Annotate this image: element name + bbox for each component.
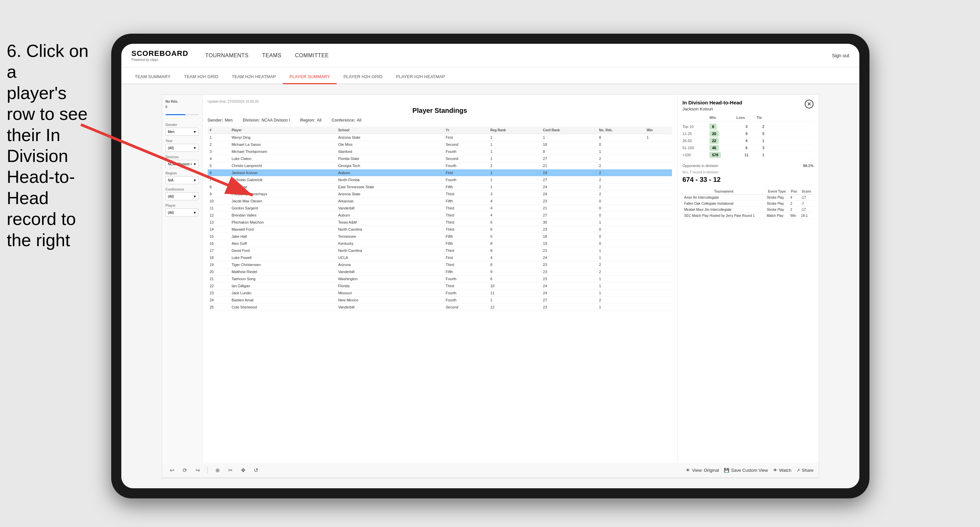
cell-school: New Mexico <box>336 297 444 304</box>
cell-player: Wenyi Ding <box>229 134 336 141</box>
tablet-screen: SCOREBOARD Powered by clippi TOURNAMENTS… <box>121 44 859 488</box>
filter-player[interactable]: (All) ▼ <box>165 208 199 216</box>
cell-num: 18 <box>208 254 229 261</box>
table-row[interactable]: 7 Nicholas Gabrelcik North Florida Fourt… <box>208 176 672 184</box>
slider-fill <box>165 114 185 115</box>
table-row[interactable]: 15 Jake Hall Tennessee Fifth 5 18 0 <box>208 233 672 240</box>
watch-button[interactable]: 👁 Watch <box>773 468 791 473</box>
sub-nav: TEAM SUMMARY TEAM H2H GRID TEAM H2H HEAT… <box>121 67 859 84</box>
col-event-type: Event Type <box>765 189 789 195</box>
col-school: School <box>336 127 444 134</box>
cell-yr: Fourth <box>444 162 488 169</box>
cell-yr: Fourth <box>444 297 488 304</box>
cell-reg-rank: 5 <box>488 233 541 240</box>
cell-reg-rank: 9 <box>488 268 541 275</box>
cell-win <box>645 240 672 247</box>
cell-num: 7 <box>208 176 229 184</box>
cell-school: UCLA <box>336 254 444 261</box>
table-row[interactable]: 3 Michael Thorbjornsen Stanford Fourth 1… <box>208 148 672 155</box>
filter-item-region: Region: All <box>300 118 321 122</box>
cell-yr: Second <box>444 141 488 148</box>
tab-team-h2h-grid[interactable]: TEAM H2H GRID <box>177 74 225 84</box>
tab-player-summary[interactable]: PLAYER SUMMARY <box>283 74 337 84</box>
cell-reg-rank: 6 <box>488 226 541 233</box>
cell-reg-rank: 1 <box>488 184 541 190</box>
table-row[interactable]: 24 Bastien Amat New Mexico Fourth 1 27 2 <box>208 297 672 304</box>
table-row[interactable]: 18 Luke Powell UCLA First 4 24 1 <box>208 254 672 261</box>
tab-team-summary[interactable]: TEAM SUMMARY <box>128 74 177 84</box>
table-row[interactable]: 20 Matthew Riedel Vanderbilt Fifth 9 23 … <box>208 268 672 275</box>
h2h-title: In Division Head-to-Head <box>682 100 813 105</box>
slider-track[interactable] <box>165 114 199 115</box>
view-icon: 👁 <box>686 468 690 473</box>
cell-reg-rank: 4 <box>488 212 541 219</box>
tournament-row: Fallen Oak Collegiate Invitational Strok… <box>682 201 813 207</box>
nav-right: Sign out <box>832 53 849 58</box>
slider-container <box>165 110 199 119</box>
nav-committee[interactable]: COMMITTEE <box>295 51 329 60</box>
h2h-panel: ✕ In Division Head-to-Head Jackson Koivu… <box>677 95 819 463</box>
table-row[interactable]: 4 Luke Claton Florida State Second 1 27 … <box>208 155 672 162</box>
table-row[interactable]: 9 Preston Summerhays Arizona State Third… <box>208 190 672 198</box>
cell-player: Jacob Max Olesen <box>229 198 336 205</box>
table-row[interactable]: 5 Christo Lamprecht Georgia Tech Fourth … <box>208 162 672 169</box>
logo-area: SCOREBOARD Powered by clippi <box>131 49 188 62</box>
view-original-button[interactable]: 👁 View: Original <box>686 468 719 473</box>
col-score: Score <box>799 189 813 195</box>
table-row[interactable]: 12 Brendan Valles Auburn Third 4 27 0 <box>208 212 672 219</box>
h2h-row: Top 10 8 3 2 <box>682 123 813 130</box>
table-row[interactable]: 1 Wenyi Ding Arizona State First 1 1 8 1 <box>208 134 672 141</box>
undo-button[interactable]: ↩ <box>167 465 177 475</box>
filter-division[interactable]: NCAA Division I ▼ <box>165 160 199 168</box>
table-row[interactable]: 16 Alex Goff Kentucky Fifth 8 19 0 <box>208 240 672 247</box>
table-row[interactable]: 21 Taehoon Song Washington Fourth 6 23 1 <box>208 275 672 283</box>
sign-out-link[interactable]: Sign out <box>832 53 849 58</box>
nav-teams[interactable]: TEAMS <box>262 51 282 60</box>
tab-player-h2h-heatmap[interactable]: PLAYER H2H HEATMAP <box>389 74 452 84</box>
refresh-button[interactable]: ↺ <box>251 465 261 475</box>
cell-school: North Carolina <box>336 247 444 254</box>
table-row[interactable]: 10 Jacob Max Olesen Arkansas Fifth 4 23 … <box>208 198 672 205</box>
main-content: No Rds. 6 Gender Men ▼ Year <box>121 84 859 488</box>
table-row[interactable]: 6 Jackson Koivun Auburn First 1 19 2 <box>208 169 672 176</box>
cell-player: Nicholas Gabrelcik <box>229 176 336 184</box>
save-custom-button[interactable]: 💾 Save Custom View <box>724 468 768 473</box>
share-button[interactable]: ↗ Share <box>796 468 813 473</box>
cell-yr: First <box>444 169 488 176</box>
tab-player-h2h-grid[interactable]: PLAYER H2H GRID <box>337 74 389 84</box>
cell-school: Auburn <box>336 169 444 176</box>
cell-no-rds: 8 <box>597 134 645 141</box>
table-row[interactable]: 8 Mats Ege East Tennessee State Fifth 1 … <box>208 184 672 190</box>
cell-school: Vanderbilt <box>336 205 444 212</box>
h2h-player: Jackson Koivun <box>682 106 813 111</box>
cell-reg-rank: 12 <box>488 304 541 311</box>
zoom-button[interactable]: ⊕ <box>213 465 222 475</box>
filter-region[interactable]: N/A ▼ <box>165 176 199 184</box>
cell-score: -17 <box>799 207 813 213</box>
table-row[interactable]: 22 Ian Gilligan Florida Third 10 24 1 <box>208 283 672 290</box>
cell-school: Arizona <box>336 261 444 268</box>
table-row[interactable]: 14 Maxwell Ford North Carolina Third 6 2… <box>208 226 672 233</box>
table-row[interactable]: 13 Phichaksn Maichon Texas A&M Third 6 3… <box>208 219 672 226</box>
filter-year[interactable]: (All) ▼ <box>165 144 199 152</box>
filter-conference[interactable]: (All) ▼ <box>165 192 199 200</box>
toolbar-right: 👁 View: Original 💾 Save Custom View 👁 Wa… <box>686 468 813 473</box>
table-row[interactable]: 17 David Ford North Carolina Third 8 21 … <box>208 247 672 254</box>
table-row[interactable]: 11 Gordon Sargent Vanderbilt Third 4 21 … <box>208 205 672 212</box>
select-button[interactable]: ✂ <box>226 465 235 475</box>
close-h2h-button[interactable]: ✕ <box>805 100 813 108</box>
update-time: Update time: 27/03/2024 16:56:26 <box>208 100 258 103</box>
nav-tournaments[interactable]: TOURNAMENTS <box>205 51 249 60</box>
pan-button[interactable]: ✥ <box>238 465 248 475</box>
table-row[interactable]: 2 Michael La Sasso Ole Miss Second 1 18 … <box>208 141 672 148</box>
redo-button[interactable]: ↪ <box>193 465 202 475</box>
tab-team-h2h-heatmap[interactable]: TEAM H2H HEATMAP <box>225 74 283 84</box>
col-pos: Pos <box>789 189 799 195</box>
filter-gender[interactable]: Men ▼ <box>165 128 199 136</box>
table-row[interactable]: 25 Cole Sherwood Vanderbilt Second 12 23… <box>208 304 672 311</box>
h2h-row: 51-100 46 6 3 <box>682 144 813 152</box>
cell-win <box>645 268 672 275</box>
table-row[interactable]: 19 Tiger Christensen Arizona Third 8 23 … <box>208 261 672 268</box>
table-row[interactable]: 23 Jack Lundin Missouri Fourth 11 24 1 <box>208 290 672 297</box>
reset-button[interactable]: ⟳ <box>180 465 189 475</box>
